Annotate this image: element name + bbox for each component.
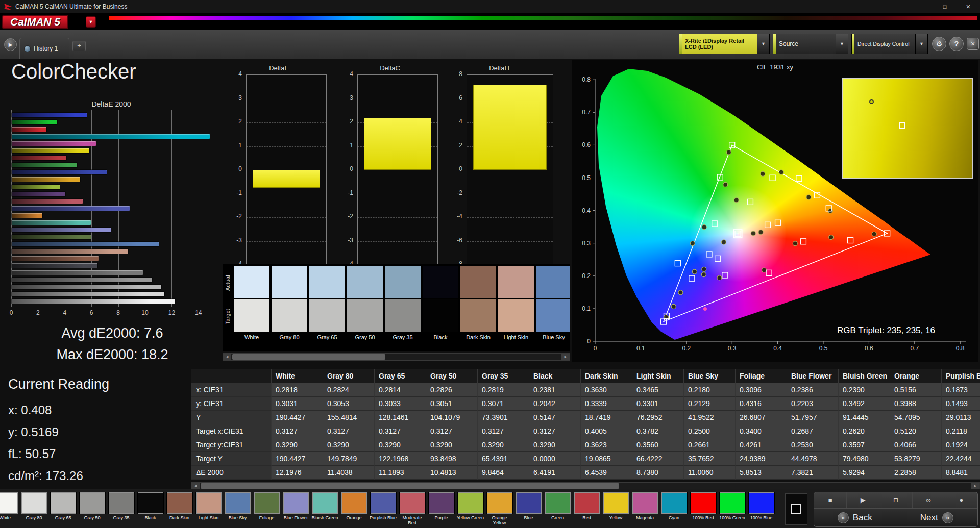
color-patch[interactable]: White — [0, 492, 19, 520]
color-patch[interactable]: Gray 65 — [48, 492, 78, 520]
color-patch[interactable]: Purple — [427, 492, 456, 520]
close-icon[interactable]: × — [957, 0, 980, 14]
table-cell: 76.2952 — [632, 411, 684, 424]
color-patch[interactable]: Green — [543, 492, 572, 520]
color-patch[interactable]: 100% Red — [689, 492, 718, 520]
patch-label: 100% Green — [718, 515, 747, 520]
cie-y-tick: 0.5 — [576, 174, 591, 182]
scroll-left-icon[interactable]: ◄ — [223, 354, 231, 360]
transport-nav-row: « Back Next » — [814, 509, 977, 527]
tab-label: History 1 — [34, 45, 58, 52]
color-patch[interactable]: Gray 80 — [19, 492, 48, 520]
table-header-cell: Foliage — [736, 369, 787, 383]
y-axis-tick: -3 — [340, 237, 353, 244]
cie-y-tick: 0.6 — [576, 141, 591, 148]
color-patch[interactable]: Foliage — [252, 492, 281, 520]
table-cell: 7.3821 — [787, 466, 839, 480]
meter-dropdown-icon[interactable]: ▼ — [757, 34, 769, 54]
table-cell: 44.4978 — [787, 452, 839, 466]
color-patch[interactable]: Dark Skin — [165, 492, 194, 520]
scrollbar-thumb[interactable] — [232, 354, 385, 360]
color-patch[interactable]: Black — [136, 492, 165, 520]
color-patch[interactable]: Blue Sky — [223, 492, 252, 520]
gridline — [358, 194, 437, 194]
table-cell: 19.0865 — [581, 452, 632, 466]
table-row-label: ΔE 2000 — [191, 466, 272, 480]
color-patch[interactable]: 100% Blue — [747, 492, 776, 520]
scroll-right-icon[interactable]: ► — [561, 354, 570, 360]
color-patch[interactable]: Orange Yellow — [485, 492, 514, 525]
chart-deltaH: DeltaH 86420-2-4-6-8 — [449, 64, 556, 274]
color-patch[interactable]: Moderate Red — [398, 492, 427, 525]
color-patch[interactable]: Cyan — [659, 492, 689, 520]
measured-point — [806, 195, 811, 199]
table-header-cell: Gray 35 — [478, 369, 529, 383]
table-cell: 12.1976 — [272, 466, 323, 480]
color-patch[interactable]: Blue Flower — [281, 492, 310, 520]
meter-select[interactable]: X-Rite i1Display Retail LCD (LED) ▼ — [679, 34, 770, 54]
deltaH-plot — [467, 74, 553, 264]
logo-dropdown-icon[interactable]: ▼ — [86, 16, 96, 28]
color-patch[interactable]: Gray 35 — [107, 492, 136, 520]
gridline — [467, 194, 553, 194]
panel-close-icon[interactable]: × — [967, 38, 979, 50]
calman-logo[interactable]: CalMAN 5 — [2, 15, 68, 29]
patch-label: Foliage — [252, 515, 281, 520]
deltae-bar — [12, 285, 161, 289]
play-button[interactable]: ▶ — [847, 492, 879, 508]
table-cell: 0.2386 — [787, 383, 839, 397]
color-patch[interactable]: Gray 50 — [78, 492, 107, 520]
color-patch[interactable]: Bluish Green — [310, 492, 339, 520]
target-swatch — [272, 299, 307, 332]
cie-y-tick: 0 — [576, 338, 591, 345]
deltae-bar — [12, 249, 128, 254]
color-patch[interactable]: Blue — [514, 492, 543, 520]
color-patch[interactable]: 100% Green — [718, 492, 747, 520]
help-icon[interactable]: ? — [949, 37, 964, 51]
target-swatch — [309, 299, 345, 332]
source-dropdown-icon[interactable]: ▼ — [836, 34, 848, 54]
add-tab-button[interactable]: + — [72, 41, 86, 51]
table-cell: 128.1461 — [375, 411, 426, 424]
deltae-bar — [12, 292, 164, 296]
patch-label: Gray 80 — [19, 515, 48, 520]
tab-history-1[interactable]: History 1 — [19, 38, 69, 59]
minimize-icon[interactable]: – — [910, 0, 933, 14]
patch-label: Orange — [339, 515, 369, 520]
step-button[interactable]: ⊓ — [879, 492, 912, 508]
app-icon — [4, 4, 12, 10]
scrollbar-thumb[interactable] — [201, 483, 619, 489]
deltaH-y-axis: 86420-2-4-6-8 — [449, 74, 464, 264]
deltae-x-tick: 4 — [59, 309, 71, 316]
color-patch[interactable]: Magenta — [630, 492, 659, 520]
table-cell: 11.0060 — [684, 466, 736, 480]
record-button[interactable]: ● — [945, 492, 977, 508]
cie-y-tick: 0.2 — [576, 272, 591, 280]
display-control-select[interactable]: Direct Display Control ▼ — [851, 34, 928, 54]
target-point — [747, 199, 753, 205]
back-button[interactable]: « Back — [814, 509, 896, 527]
next-button[interactable]: Next » — [896, 509, 978, 527]
stop-button[interactable]: ■ — [814, 492, 847, 508]
color-patch[interactable]: Orange — [339, 492, 369, 520]
nav-forward-icon[interactable]: ▶ — [4, 38, 17, 51]
color-patch[interactable]: Purplish Blue — [369, 492, 398, 520]
color-patch[interactable]: Red — [572, 492, 601, 520]
gridline — [247, 122, 326, 123]
display-control-dropdown-icon[interactable]: ▼ — [915, 34, 927, 54]
actual-swatch — [272, 266, 307, 298]
deltae-bar — [12, 299, 175, 304]
source-select[interactable]: Source ▼ — [773, 34, 848, 54]
patch-label: Blue Flower — [281, 515, 310, 520]
gear-icon[interactable]: ⚙ — [932, 37, 946, 51]
color-patch[interactable]: Yellow Green — [456, 492, 485, 520]
table-cell: 0.2129 — [684, 397, 736, 411]
color-patch[interactable]: Light Skin — [194, 492, 223, 520]
deltae-chart-title: DeltaE 2000 — [10, 100, 212, 108]
patch-preview-button[interactable] — [785, 493, 807, 525]
color-patch[interactable]: Yellow — [601, 492, 630, 520]
maximize-icon[interactable]: □ — [933, 0, 957, 14]
loop-button[interactable]: ∞ — [913, 492, 945, 508]
avg-de2000-label: Avg dE2000: 7.6 — [10, 325, 214, 341]
swatch-scrollbar[interactable]: ◄ ► — [223, 353, 570, 361]
